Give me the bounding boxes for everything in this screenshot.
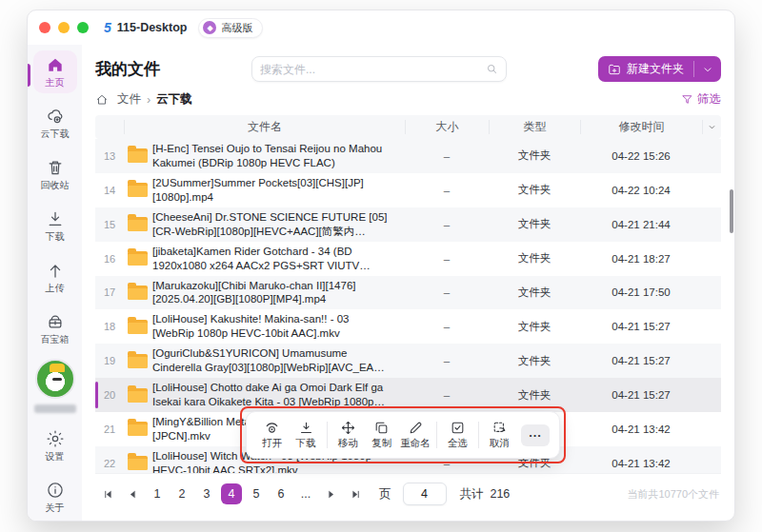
page-button-1[interactable]: 1 [147, 483, 168, 504]
tool-label: 下载 [296, 437, 316, 450]
sidebar-item-trash[interactable]: 回收站 [33, 153, 77, 196]
sort-chevron-icon[interactable] [702, 120, 721, 134]
cancel-select-button[interactable]: 取消 [484, 420, 515, 450]
file-name: [LoliHouse] Chotto dake Ai ga Omoi Dark … [152, 381, 405, 409]
file-size: – [405, 286, 489, 298]
breadcrumb-root[interactable]: 文件 [117, 91, 141, 108]
tool-label: 复制 [371, 437, 391, 450]
page-button-6[interactable]: 6 [271, 483, 291, 504]
folder-icon [128, 422, 148, 436]
file-modified: 04-21 13:42 [580, 424, 702, 435]
move-button[interactable]: 移动 [332, 420, 364, 450]
page-button-5[interactable]: 5 [246, 483, 267, 504]
prev-page-button[interactable] [122, 483, 143, 504]
search-box[interactable] [251, 56, 507, 82]
select-all-button[interactable]: 全选 [442, 420, 473, 450]
sidebar-item-treasure-box[interactable]: 百宝箱 [33, 307, 77, 350]
table-row[interactable]: 19 [OguriClub&S1YURICON] Umamusume Cinde… [95, 344, 721, 378]
first-page-button[interactable] [97, 483, 118, 504]
breadcrumb-current: 云下载 [156, 91, 192, 108]
file-type: 文件夹 [489, 251, 580, 266]
close-button[interactable] [39, 22, 50, 33]
toolbar-divider [327, 422, 328, 448]
new-folder-dropdown-button[interactable] [694, 56, 721, 82]
sidebar-item-home[interactable]: 主页 [33, 50, 77, 93]
column-size[interactable]: 大小 [405, 120, 489, 134]
page-button-4[interactable]: 4 [221, 483, 242, 504]
premium-badge[interactable]: ◆ 高级版 [198, 18, 263, 38]
download-icon [46, 209, 65, 228]
file-name: [H-Enc] Tensei Oujo to Tensai Reijou no … [152, 142, 405, 170]
scrollbar-thumb[interactable] [730, 189, 733, 233]
file-modified: 04-21 15:27 [580, 321, 702, 332]
active-indicator [28, 64, 30, 87]
table-row[interactable]: 20 [LoliHouse] Chotto dake Ai ga Omoi Da… [95, 378, 721, 412]
file-name: [jibaketa]Kamen Rider Gotchard - 34 (BD … [152, 245, 405, 273]
folder-icon [128, 183, 148, 197]
page-input[interactable] [403, 483, 447, 505]
download-button[interactable]: 下载 [290, 420, 321, 450]
traffic-lights [39, 22, 89, 33]
tool-label: 打开 [262, 437, 282, 450]
tool-label: 取消 [490, 437, 510, 450]
last-page-button[interactable] [345, 483, 366, 504]
table-row[interactable]: 18 [LoliHouse] Kakushite! Makina-san!! -… [95, 309, 721, 344]
file-name: [OguriClub&S1YURICON] Umamusume Cinderel… [152, 346, 405, 375]
row-number: 14 [95, 185, 124, 196]
file-type: 文件夹 [489, 217, 580, 231]
page-ellipsis[interactable]: ... [295, 483, 316, 504]
download-icon [298, 420, 314, 436]
rename-button[interactable]: 重命名 [399, 420, 431, 450]
open-button[interactable]: 打开 [256, 420, 288, 450]
file-name: [2USummer]Summer Pockets[03][CHS][JP][10… [152, 176, 405, 205]
page-button-3[interactable]: 3 [196, 483, 217, 504]
sidebar-item-upload[interactable]: 上传 [33, 256, 77, 299]
minimize-button[interactable] [58, 22, 70, 33]
column-modified[interactable]: 修改时间 [580, 120, 702, 134]
sidebar-item-about[interactable]: 关于 [33, 476, 77, 519]
column-type[interactable]: 类型 [489, 120, 580, 134]
sidebar-item-cloud-download[interactable]: 云下载 [33, 102, 77, 145]
column-filename[interactable]: 文件名 [124, 120, 405, 134]
zoom-button[interactable] [77, 22, 89, 33]
table-row[interactable]: 13 [H-Enc] Tensei Oujo to Tensai Reijou … [95, 139, 721, 173]
first-page-icon [103, 489, 113, 500]
folder-icon [128, 354, 148, 368]
home-icon[interactable] [95, 93, 109, 107]
file-modified: 04-21 17:50 [580, 286, 702, 298]
app-logo: 5 [104, 20, 111, 35]
row-number: 15 [95, 219, 124, 230]
file-type: 文件夹 [489, 286, 580, 300]
folder-icon [128, 286, 148, 300]
open-icon [264, 420, 280, 436]
sidebar-item-download[interactable]: 下载 [33, 205, 77, 247]
new-folder-split-button: 新建文件夹 [598, 56, 721, 82]
filter-button[interactable]: 筛选 [681, 91, 721, 108]
page-button-2[interactable]: 2 [171, 483, 192, 504]
file-modified: 04-21 15:27 [580, 389, 702, 401]
avatar[interactable] [35, 359, 75, 399]
file-modified: 04-22 15:26 [580, 150, 702, 162]
trash-icon [46, 158, 65, 177]
page-label: 页 [379, 486, 391, 502]
cancel-select-icon [491, 420, 508, 436]
next-page-button[interactable] [320, 483, 341, 504]
pagination: 123456... 页 共计 216 当前共10770个文件 [95, 473, 721, 521]
prev-page-icon [128, 489, 138, 500]
file-size: – [405, 185, 489, 196]
search-input[interactable] [260, 63, 486, 76]
table-row[interactable]: 15 [CheeseAni] Dr.STONE SCIENCE FUTURE [… [95, 207, 721, 242]
more-actions-button[interactable]: ... [521, 424, 550, 446]
row-number: 13 [95, 150, 124, 162]
app-title: 115-Desktop [117, 21, 188, 34]
table-row[interactable]: 14 [2USummer]Summer Pockets[03][CHS][JP]… [95, 173, 721, 207]
table-row[interactable]: 16 [jibaketa]Kamen Rider Gotchard - 34 (… [95, 242, 721, 276]
header: 我的文件 新建文件夹 [95, 56, 721, 82]
upload-icon [46, 261, 65, 280]
new-folder-button[interactable]: 新建文件夹 [598, 56, 693, 82]
table-row[interactable]: 17 [Marukazoku][Chibi Maruko-chan II][14… [95, 276, 721, 310]
file-size: – [405, 219, 489, 230]
sidebar-item-settings[interactable]: 设置 [33, 424, 77, 467]
info-icon [46, 481, 65, 500]
copy-button[interactable]: 复制 [366, 420, 397, 450]
